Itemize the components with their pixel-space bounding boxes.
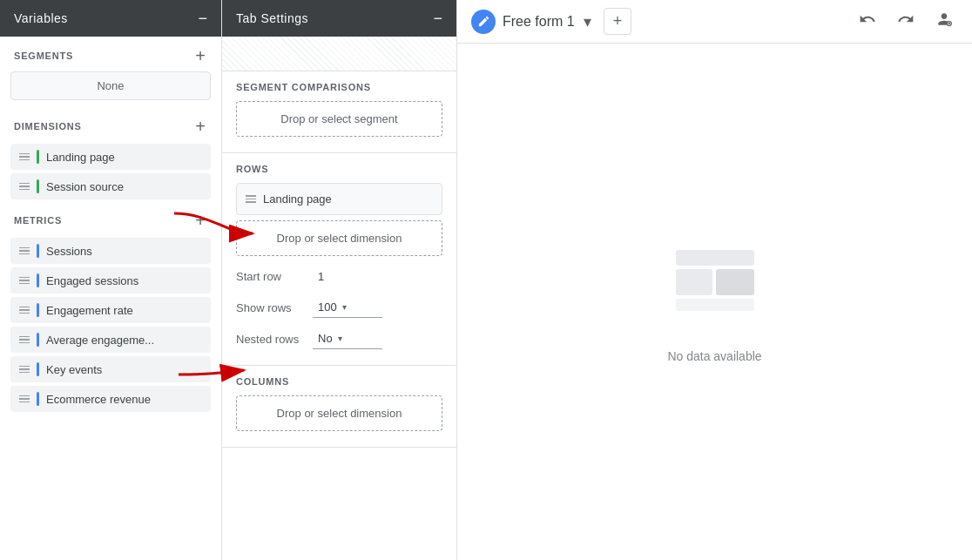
segment-none-label: None: [97, 79, 124, 92]
svg-rect-2: [676, 269, 712, 295]
dimension-landing-page[interactable]: Landing page: [10, 144, 211, 170]
svg-rect-3: [716, 269, 754, 295]
variables-minimize-btn[interactable]: −: [198, 10, 207, 26]
rows-section-title: ROWS: [236, 164, 442, 174]
segments-section-header: SEGMENTS +: [0, 37, 221, 71]
segment-none-item[interactable]: None: [10, 71, 211, 100]
rows-section: ROWS Landing page Drop or select dimensi…: [222, 153, 456, 366]
add-dimension-button[interactable]: +: [193, 118, 207, 135]
tab-settings-title: Tab Settings: [236, 11, 308, 25]
metric-engaged-sessions-label: Engaged sessions: [46, 274, 138, 287]
metric-color-bar: [37, 333, 39, 347]
drag-handle-icon: [246, 195, 256, 203]
show-rows-dropdown[interactable]: 100 ▾: [313, 297, 382, 318]
metric-avg-engagement[interactable]: Average engageme...: [10, 327, 211, 353]
dimension-color-bar: [37, 150, 39, 164]
metric-sessions-label: Sessions: [46, 245, 92, 258]
start-row-setting: Start row 1: [236, 261, 442, 292]
metric-color-bar: [37, 244, 39, 258]
rows-drop-zone[interactable]: Drop or select dimension: [236, 220, 442, 256]
dimensions-section-title: DIMENSIONS: [14, 121, 82, 132]
variables-title: Variables: [14, 11, 68, 25]
metric-color-bar: [37, 362, 39, 376]
rows-drop-zone-label: Drop or select dimension: [277, 232, 402, 245]
redo-button[interactable]: [892, 7, 920, 36]
drag-handle-icon: [19, 336, 30, 344]
form-title-text: Free form 1: [503, 14, 575, 30]
svg-rect-4: [676, 299, 754, 311]
drag-handle-icon: [19, 153, 30, 161]
nested-rows-dropdown-arrow: ▾: [338, 334, 342, 343]
user-settings-icon: [935, 10, 953, 28]
form-title-area: Free form 1 ▾ +: [471, 8, 652, 35]
form-title-dropdown-btn[interactable]: ▾: [582, 12, 593, 31]
show-rows-label: Show rows: [236, 301, 306, 314]
show-rows-setting: Show rows 100 ▾: [236, 292, 442, 323]
variables-panel: Variables − SEGMENTS + None DIMENSIONS +…: [0, 0, 222, 560]
chart-panel: Free form 1 ▾ +: [457, 0, 972, 560]
add-segment-button[interactable]: +: [193, 47, 207, 64]
edit-icon-circle: [471, 10, 496, 34]
start-row-label: Start row: [236, 270, 306, 283]
columns-section-title: COLUMNS: [236, 376, 442, 387]
svg-rect-1: [676, 250, 754, 266]
nested-rows-label: Nested rows: [236, 333, 306, 346]
dimension-landing-page-label: Landing page: [46, 151, 115, 164]
landing-page-row-item[interactable]: Landing page: [236, 183, 442, 215]
metric-engagement-rate[interactable]: Engagement rate: [10, 297, 211, 323]
undo-button[interactable]: [854, 7, 881, 36]
drag-handle-icon: [19, 277, 30, 285]
nested-rows-dropdown[interactable]: No ▾: [313, 328, 382, 349]
metric-key-events[interactable]: Key events: [10, 356, 211, 382]
chart-toolbar: Free form 1 ▾ +: [457, 0, 972, 44]
dimensions-section-header: DIMENSIONS +: [0, 107, 221, 142]
landing-page-row-label: Landing page: [263, 192, 332, 206]
drag-handle-icon: [19, 366, 30, 374]
edit-icon: [477, 15, 490, 28]
metric-sessions[interactable]: Sessions: [10, 238, 211, 264]
segment-comparisons-title: SEGMENT COMPARISONS: [236, 82, 442, 92]
drag-handle-icon: [19, 183, 30, 191]
metric-ecommerce-revenue-label: Ecommerce revenue: [46, 393, 151, 406]
show-rows-dropdown-arrow: ▾: [342, 302, 347, 312]
dimension-color-bar: [37, 179, 39, 193]
segment-drop-zone-label: Drop or select segment: [280, 112, 397, 125]
start-row-value: 1: [313, 267, 348, 287]
metric-ecommerce-revenue[interactable]: Ecommerce revenue: [10, 386, 211, 412]
nested-rows-setting: Nested rows No ▾: [236, 323, 442, 354]
dimension-session-source[interactable]: Session source: [10, 173, 211, 199]
columns-section: COLUMNS Drop or select dimension: [222, 366, 456, 448]
metric-avg-engagement-label: Average engageme...: [46, 334, 154, 347]
segment-drop-zone[interactable]: Drop or select segment: [236, 101, 442, 137]
no-data-illustration: [658, 241, 772, 328]
tab-settings-header: Tab Settings −: [222, 0, 456, 37]
metric-color-bar: [37, 392, 39, 406]
nested-rows-value: No: [318, 332, 333, 345]
metric-engaged-sessions[interactable]: Engaged sessions: [10, 267, 211, 293]
metrics-section-header: METRICS +: [0, 201, 221, 236]
no-data-icon: [658, 241, 772, 328]
add-tab-button[interactable]: +: [604, 8, 632, 35]
chart-content: No data available: [457, 44, 972, 560]
metric-color-bar: [37, 273, 39, 287]
metric-engagement-rate-label: Engagement rate: [46, 304, 133, 317]
tab-settings-minimize-btn[interactable]: −: [433, 10, 442, 26]
segment-comparisons-section: SEGMENT COMPARISONS Drop or select segme…: [222, 71, 456, 153]
user-settings-button[interactable]: [930, 7, 958, 36]
top-dashed-section: [222, 37, 456, 71]
metric-color-bar: [37, 303, 39, 317]
drag-handle-icon: [19, 247, 30, 255]
metrics-section-title: METRICS: [14, 215, 62, 226]
dimension-session-source-label: Session source: [46, 180, 124, 193]
drag-handle-icon: [19, 395, 30, 403]
undo-icon: [859, 10, 876, 28]
tab-settings-panel: Tab Settings − SEGMENT COMPARISONS Drop …: [222, 0, 457, 560]
add-metric-button[interactable]: +: [193, 212, 207, 229]
show-rows-value: 100: [318, 300, 337, 314]
segments-section-title: SEGMENTS: [14, 51, 73, 61]
variables-panel-header: Variables −: [0, 0, 221, 37]
columns-drop-zone[interactable]: Drop or select dimension: [236, 395, 442, 431]
metric-key-events-label: Key events: [46, 363, 102, 376]
columns-drop-zone-label: Drop or select dimension: [277, 407, 402, 420]
drag-handle-icon: [19, 307, 30, 314]
